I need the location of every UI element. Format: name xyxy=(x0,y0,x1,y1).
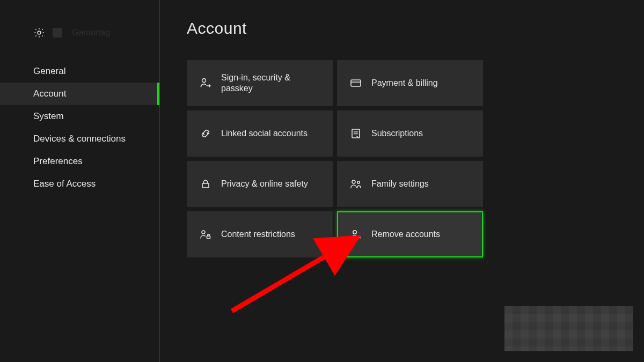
svg-point-6 xyxy=(357,181,360,183)
tile-label: Payment & billing xyxy=(371,78,438,88)
tile-payment-billing[interactable]: Payment & billing xyxy=(337,60,483,106)
tile-linked-social[interactable]: Linked social accounts xyxy=(187,110,333,157)
sidebar-item-label: Devices & connections xyxy=(33,134,126,144)
svg-point-7 xyxy=(202,231,205,234)
sidebar-item-preferences[interactable]: Preferences xyxy=(0,150,159,173)
sidebar-item-general[interactable]: General xyxy=(0,60,159,83)
svg-rect-2 xyxy=(351,80,361,86)
profile-name: Gamertag xyxy=(72,28,110,38)
gear-icon xyxy=(32,26,46,40)
sidebar-item-label: Preferences xyxy=(33,156,83,167)
redacted-area xyxy=(504,306,633,351)
sidebar-item-ease-of-access[interactable]: Ease of Access xyxy=(0,173,159,195)
svg-point-9 xyxy=(353,231,356,234)
sidebar-item-devices[interactable]: Devices & connections xyxy=(0,128,159,150)
card-icon xyxy=(349,76,363,90)
svg-rect-8 xyxy=(207,236,210,239)
main-panel: Account Sign-in, security & passkey xyxy=(160,0,644,362)
sidebar-item-label: Account xyxy=(33,88,66,99)
settings-sidebar: Gamertag General Account System Devices … xyxy=(0,0,160,362)
sidebar-item-system[interactable]: System xyxy=(0,105,159,128)
sidebar-nav: General Account System Devices & connect… xyxy=(0,60,159,195)
receipt-icon xyxy=(349,127,363,141)
tile-privacy-safety[interactable]: Privacy & online safety xyxy=(187,161,333,207)
link-icon xyxy=(199,127,213,141)
person-arrow-icon xyxy=(199,76,213,90)
sidebar-item-label: General xyxy=(33,66,65,77)
tile-content-restrictions[interactable]: Content restrictions xyxy=(187,211,333,257)
tile-remove-accounts[interactable]: Remove accounts xyxy=(337,211,483,257)
svg-point-0 xyxy=(38,31,41,34)
tile-subscriptions[interactable]: Subscriptions xyxy=(337,110,483,157)
tile-signin-security[interactable]: Sign-in, security & passkey xyxy=(187,60,333,106)
tile-label: Linked social accounts xyxy=(221,128,308,139)
person-minus-icon xyxy=(349,227,363,241)
sidebar-header: Gamertag xyxy=(0,0,159,55)
tile-label: Family settings xyxy=(371,179,429,189)
people-icon xyxy=(349,177,363,191)
page-title: Account xyxy=(187,19,644,38)
sidebar-item-label: System xyxy=(33,111,64,122)
people-lock-icon xyxy=(199,227,213,241)
tile-family-settings[interactable]: Family settings xyxy=(337,161,483,207)
svg-rect-4 xyxy=(202,183,209,188)
tile-label: Sign-in, security & passkey xyxy=(221,72,321,94)
svg-point-1 xyxy=(202,79,206,83)
svg-point-5 xyxy=(352,180,355,183)
sidebar-item-label: Ease of Access xyxy=(33,179,96,189)
tile-label: Subscriptions xyxy=(371,128,423,139)
profile-avatar xyxy=(53,28,62,38)
account-tile-grid: Sign-in, security & passkey Payment & bi… xyxy=(187,60,644,257)
sidebar-item-account[interactable]: Account xyxy=(0,83,159,105)
lock-icon xyxy=(199,177,213,191)
tile-label: Privacy & online safety xyxy=(221,179,308,189)
tile-label: Remove accounts xyxy=(371,229,440,240)
tile-label: Content restrictions xyxy=(221,229,295,240)
